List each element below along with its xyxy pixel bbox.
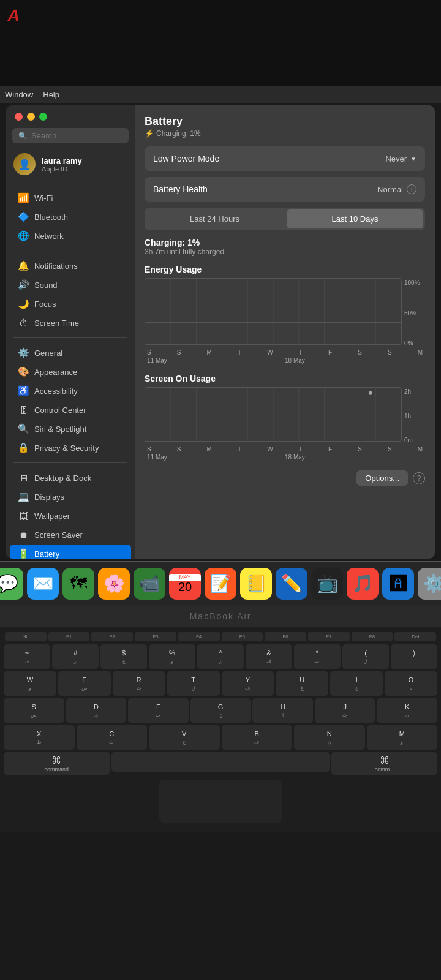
fn-key-f7[interactable]: F7 — [308, 632, 350, 641]
tab-10d[interactable]: Last 10 Days — [287, 209, 423, 228]
dock-icon-reminders[interactable]: 📝 — [205, 568, 236, 600]
sidebar-item-wifi[interactable]: 📶 Wi-Fi — [10, 189, 131, 207]
sidebar-item-accessibility[interactable]: ♿ Accessibility — [10, 382, 131, 400]
fn-key-f8[interactable]: F8 — [352, 632, 393, 641]
energy-label-50: 50% — [404, 310, 425, 317]
minimize-button[interactable] — [27, 113, 35, 121]
fn-key-f3[interactable]: F3 — [135, 632, 176, 641]
dock-icon-mail[interactable]: ✉️ — [27, 568, 59, 600]
key-k[interactable]: Kن — [377, 698, 437, 723]
key-j[interactable]: Jت — [315, 698, 375, 723]
sidebar-label-displays: Displays — [34, 492, 64, 502]
sidebar-label-battery: Battery — [34, 549, 59, 559]
dock-icon-appletv[interactable]: 📺 — [311, 568, 343, 600]
key-i[interactable]: Iع — [330, 671, 383, 696]
key-o[interactable]: Oه — [385, 671, 437, 696]
close-button[interactable] — [15, 113, 23, 121]
key-u[interactable]: Uغ — [276, 671, 328, 696]
dock-icon-facetime[interactable]: 📹 — [134, 568, 165, 600]
key-f[interactable]: Fب — [128, 698, 189, 723]
key-e[interactable]: Eص — [58, 671, 111, 696]
trackpad[interactable] — [159, 780, 282, 823]
sidebar-item-bluetooth[interactable]: 🔷 Bluetooth — [10, 208, 131, 226]
key-3[interactable]: $ع — [100, 644, 147, 669]
sidebar-item-battery[interactable]: 🔋 Battery — [10, 545, 131, 559]
key-h[interactable]: Hا — [252, 698, 313, 723]
fn-key-f1[interactable]: F1 — [48, 632, 90, 641]
key-y[interactable]: Yف — [222, 671, 274, 696]
dock-icon-notes[interactable]: 📒 — [240, 568, 272, 600]
sidebar-label-network: Network — [34, 232, 64, 241]
key-tilde[interactable]: ~ى — [4, 644, 50, 669]
sidebar-item-screentime[interactable]: ⏱ Screen Time — [10, 314, 131, 332]
key-c[interactable]: Cث — [77, 725, 148, 750]
help-button[interactable]: ? — [413, 472, 425, 484]
dock-icon-freeform[interactable]: ✏️ — [276, 568, 307, 600]
fn-key-f5[interactable]: F5 — [222, 632, 263, 641]
key-4[interactable]: %و — [149, 644, 195, 669]
command-key-left[interactable]: ⌘ command — [4, 752, 110, 775]
low-power-value-area[interactable]: Never ▼ — [385, 154, 417, 164]
key-g[interactable]: Gج — [190, 698, 251, 723]
sidebar-item-network[interactable]: 🌐 Network — [10, 227, 131, 245]
info-icon[interactable]: i — [407, 184, 417, 194]
key-5[interactable]: ^ز — [197, 644, 244, 669]
spacebar[interactable] — [111, 752, 330, 772]
menu-window[interactable]: Window — [5, 90, 33, 99]
keyboard-area: ✻ F1 F2 F3 F4 F5 F6 F7 F8 Del ~ى #ر $ع %… — [0, 627, 441, 832]
sidebar-item-focus[interactable]: 🌙 Focus — [10, 295, 131, 313]
screen-grid-svg — [145, 388, 401, 442]
key-w[interactable]: Wو — [4, 671, 56, 696]
sidebar-item-displays[interactable]: 💻 Displays — [10, 488, 131, 506]
dock-icon-appstore[interactable]: 🅰 — [382, 568, 414, 600]
sidebar-item-wallpaper[interactable]: 🖼 Wallpaper — [10, 507, 131, 525]
key-v[interactable]: Vخ — [149, 725, 220, 750]
key-t[interactable]: Tق — [167, 671, 220, 696]
sidebar-item-general[interactable]: ⚙️ General — [10, 344, 131, 362]
sidebar-item-siri[interactable]: 🔍 Siri & Spotlight — [10, 420, 131, 438]
energy-chart — [145, 278, 402, 345]
sidebar-item-controlcenter[interactable]: 🎛 Control Center — [10, 401, 131, 419]
key-6[interactable]: &ف — [246, 644, 292, 669]
dock-icon-messages[interactable]: 💬 — [0, 568, 23, 600]
key-9[interactable]: ) — [391, 644, 437, 669]
options-button[interactable]: Options... — [356, 470, 408, 486]
menu-help[interactable]: Help — [43, 90, 59, 99]
fn-key-fn[interactable]: ✻ — [5, 632, 47, 641]
key-7[interactable]: *ب — [294, 644, 341, 669]
privacy-icon: 🔒 — [17, 442, 29, 454]
dock-icon-music[interactable]: 🎵 — [347, 568, 379, 600]
dock-icon-calendar[interactable]: MAY 20 — [169, 568, 201, 600]
sidebar-divider-1 — [13, 183, 127, 183]
fn-key-f2[interactable]: F2 — [91, 632, 133, 641]
key-n[interactable]: Nن — [294, 725, 365, 750]
fullscreen-button[interactable] — [39, 113, 47, 121]
general-icon: ⚙️ — [17, 347, 29, 359]
fn-key-f9[interactable]: Del — [394, 632, 436, 641]
dock-icon-maps[interactable]: 🗺 — [62, 568, 94, 600]
sidebar-item-screensaver[interactable]: ⏺ Screen Saver — [10, 526, 131, 544]
key-x[interactable]: Xظ — [4, 725, 75, 750]
command-key-right[interactable]: ⌘ comm... — [331, 752, 437, 775]
fn-key-f6[interactable]: F6 — [265, 632, 306, 641]
sidebar-item-sound[interactable]: 🔊 Sound — [10, 276, 131, 294]
key-s[interactable]: Sس — [4, 698, 64, 723]
sidebar-item-appearance[interactable]: 🎨 Appearance — [10, 363, 131, 381]
search-input[interactable] — [31, 131, 123, 140]
key-2[interactable]: #ر — [52, 644, 99, 669]
key-r[interactable]: Rث — [113, 671, 165, 696]
fn-key-f4[interactable]: F4 — [178, 632, 220, 641]
search-box[interactable]: 🔍 — [12, 128, 129, 143]
key-8[interactable]: (ق — [342, 644, 389, 669]
sidebar-item-desktop[interactable]: 🖥 Desktop & Dock — [10, 469, 131, 487]
key-m[interactable]: Mو — [367, 725, 438, 750]
key-d[interactable]: Dي — [66, 698, 127, 723]
sidebar-item-notifications[interactable]: 🔔 Notifications — [10, 257, 131, 275]
dock-icon-photos[interactable]: 🌸 — [98, 568, 130, 600]
sidebar-section-network: 📶 Wi-Fi 🔷 Bluetooth 🌐 Network — [6, 186, 135, 248]
user-profile[interactable]: 👤 laura ramy Apple ID — [6, 148, 135, 180]
dock-icon-settings[interactable]: ⚙️ — [418, 568, 441, 600]
sidebar-item-privacy[interactable]: 🔒 Privacy & Security — [10, 439, 131, 457]
tab-24h[interactable]: Last 24 Hours — [146, 209, 283, 228]
key-b[interactable]: Bف — [222, 725, 293, 750]
